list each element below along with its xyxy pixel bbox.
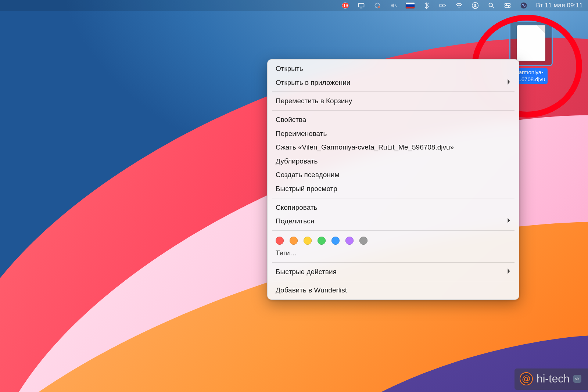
menu-item-compress[interactable]: Сжать «Vilen_Garmoniya-cveta_RuLit_Me_59… <box>268 140 519 154</box>
input-language-flag-ru[interactable] <box>406 3 415 8</box>
file-label-line2: ...6708.djvu <box>517 76 545 82</box>
finder-context-menu: Открыть Открыть в приложении Переместить… <box>267 59 519 300</box>
tag-color-purple[interactable] <box>345 237 354 245</box>
menu-separator <box>272 110 514 111</box>
menu-item-tags[interactable]: Теги… <box>268 246 519 260</box>
menu-separator <box>272 230 514 231</box>
svg-point-13 <box>506 4 507 5</box>
svg-rect-12 <box>505 3 510 5</box>
wifi-icon[interactable] <box>455 1 463 10</box>
menubar-app-badge-icon[interactable]: 19 <box>341 1 349 10</box>
menu-item-label: Переместить в Корзину <box>276 96 352 106</box>
watermark-hitech: @ hi-tech vk <box>514 368 588 390</box>
menu-item-label: Быстрые действия <box>276 267 337 277</box>
menu-item-label: Переименовать <box>276 129 327 139</box>
menu-item-label: Свойства <box>276 115 306 125</box>
tag-color-orange[interactable] <box>290 237 298 245</box>
svg-line-11 <box>492 7 494 8</box>
menubar-circle-status-icon[interactable] <box>373 1 381 10</box>
spotlight-search-icon[interactable] <box>487 1 495 10</box>
menubar: 19 Вт 11 мая 09:11 <box>0 0 588 11</box>
svg-point-4 <box>378 6 380 8</box>
file-label-line1: armoniya- <box>519 69 544 75</box>
menu-item-label: Быстрый просмотр <box>276 184 337 194</box>
menu-separator <box>272 198 514 198</box>
tag-color-green[interactable] <box>318 237 326 245</box>
svg-line-5 <box>395 4 397 7</box>
tag-color-gray[interactable] <box>359 237 368 245</box>
display-mirroring-icon[interactable] <box>357 1 365 10</box>
svg-rect-2 <box>360 8 363 8</box>
menu-item-label: Скопировать <box>276 203 317 212</box>
tag-color-blue[interactable] <box>331 237 340 245</box>
watermark-vk-icon: vk <box>573 375 581 383</box>
menu-item-make-alias[interactable]: Создать псевдоним <box>268 168 519 182</box>
chevron-right-icon <box>507 216 511 226</box>
menu-item-label: Дублировать <box>276 157 318 166</box>
menu-separator <box>272 91 514 92</box>
watermark-text: hi-tech <box>537 373 570 385</box>
svg-rect-7 <box>445 5 446 6</box>
tag-color-yellow[interactable] <box>304 237 312 245</box>
svg-rect-1 <box>359 3 364 7</box>
svg-point-10 <box>489 3 493 7</box>
menu-item-open[interactable]: Открыть <box>268 62 519 76</box>
svg-rect-14 <box>505 6 510 8</box>
menu-item-share[interactable]: Поделиться <box>268 214 519 228</box>
menu-item-get-info[interactable]: Свойства <box>268 113 519 127</box>
battery-charging-icon[interactable] <box>439 1 447 10</box>
menubar-clock[interactable]: Вт 11 мая 09:11 <box>536 2 583 9</box>
menu-item-open-with[interactable]: Открыть в приложении <box>268 76 519 90</box>
chevron-right-icon <box>507 267 511 277</box>
menu-item-move-to-trash[interactable]: Переместить в Корзину <box>268 94 519 108</box>
menu-item-label: Добавить в Wunderlist <box>276 285 347 295</box>
menu-item-copy[interactable]: Скопировать <box>268 201 519 215</box>
menu-item-quick-actions[interactable]: Быстрые действия <box>268 265 519 279</box>
menu-item-label: Сжать «Vilen_Garmoniya-cveta_RuLit_Me_59… <box>276 143 454 152</box>
menu-item-duplicate[interactable]: Дублировать <box>268 154 519 168</box>
menu-item-label: Теги… <box>276 248 297 258</box>
notification-badge: 19 <box>342 3 349 8</box>
menu-item-rename[interactable]: Переименовать <box>268 127 519 141</box>
menu-tags-row <box>268 233 519 246</box>
menu-separator <box>272 262 514 263</box>
watermark-at-icon: @ <box>520 372 533 385</box>
menu-item-quick-look[interactable]: Быстрый просмотр <box>268 182 519 196</box>
svg-point-9 <box>474 4 476 6</box>
siri-icon[interactable] <box>520 1 528 10</box>
chevron-right-icon <box>507 78 511 87</box>
control-center-icon[interactable] <box>503 1 512 10</box>
user-account-icon[interactable] <box>471 1 479 10</box>
menu-item-label: Поделиться <box>276 216 314 226</box>
tag-color-red[interactable] <box>276 237 284 245</box>
svg-point-15 <box>508 6 509 7</box>
generic-document-icon <box>517 25 545 61</box>
bluetooth-icon[interactable] <box>423 1 431 10</box>
volume-muted-icon[interactable] <box>390 1 398 10</box>
menu-separator <box>272 281 514 281</box>
menu-item-label: Создать псевдоним <box>276 170 340 180</box>
menu-item-label: Открыть в приложении <box>276 78 350 87</box>
file-label: armoniya- ...6708.djvu <box>514 68 548 84</box>
menu-item-add-wunderlist[interactable]: Добавить в Wunderlist <box>268 283 519 297</box>
menu-item-label: Открыть <box>276 64 303 73</box>
